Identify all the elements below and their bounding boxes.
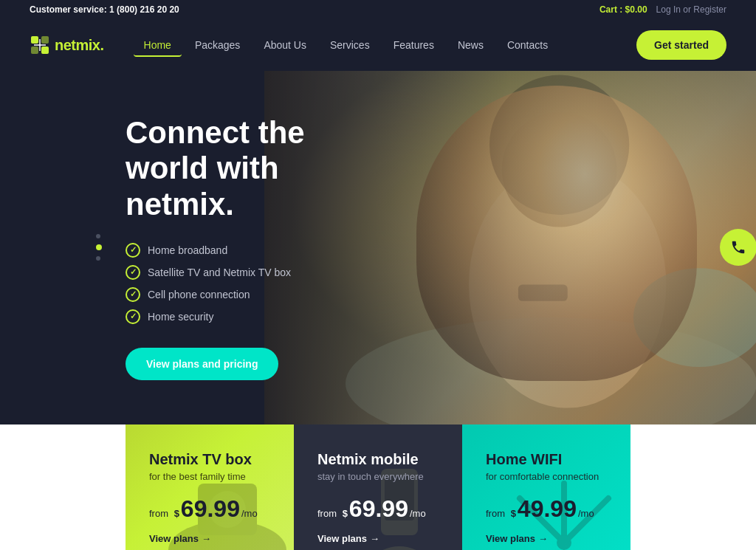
auth-links: Log In or Register: [656, 4, 726, 15]
card-mobile-subtitle: stay in touch everywhere: [317, 471, 439, 482]
topbar: Customer service: 1 (800) 216 20 20 Cart…: [0, 0, 756, 19]
card-tv-box-link[interactable]: View plans →: [149, 533, 270, 544]
svg-point-9: [502, 112, 617, 227]
nav-home[interactable]: Home: [134, 33, 182, 57]
get-started-button[interactable]: Get started: [636, 30, 726, 60]
card-tv-box-subtitle: for the best family time: [149, 471, 270, 482]
card-tv-box-price: from $69.99/mo: [149, 495, 270, 523]
nav-features[interactable]: Features: [383, 33, 444, 57]
card-tv-box: Netmix TV box for the best family time f…: [126, 424, 294, 550]
hero-section: Connect the world with netmix. Home broa…: [0, 71, 756, 424]
card-mobile-content: Netmix mobile stay in touch everywhere f…: [317, 451, 439, 544]
svg-rect-3: [41, 47, 49, 54]
navbar: netmix. Home Packages About Us Services …: [0, 19, 756, 71]
customer-service-label: Customer service:: [30, 4, 109, 15]
card-wifi-subtitle: for comfortable connection: [486, 471, 607, 482]
nav-news[interactable]: News: [447, 33, 494, 57]
feature-3: Cell phone connection: [126, 287, 354, 302]
cards-section: Netmix TV box for the best family time f…: [126, 424, 630, 550]
card-wifi-content: Home WIFI for comfortable connection fro…: [486, 451, 607, 544]
card-mobile: Netmix mobile stay in touch everywhere f…: [294, 424, 462, 550]
card-wifi-title: Home WIFI: [486, 451, 607, 468]
customer-service-phone: 1 (800) 216 20 20: [109, 4, 179, 15]
customer-service: Customer service: 1 (800) 216 20 20: [30, 4, 179, 15]
card-mobile-link[interactable]: View plans →: [317, 533, 439, 544]
nav-packages[interactable]: Packages: [185, 33, 250, 57]
hero-features: Home broadband Satellite TV and Netmix T…: [126, 243, 354, 324]
slider-dot-3[interactable]: [96, 256, 100, 261]
slider-dots: [96, 234, 102, 261]
svg-rect-0: [31, 36, 38, 44]
nav-contacts[interactable]: Contacts: [497, 33, 558, 57]
card-mobile-title: Netmix mobile: [317, 451, 439, 468]
view-plans-button[interactable]: View plans and pricing: [126, 348, 278, 380]
svg-rect-2: [31, 47, 38, 54]
login-link[interactable]: Log In: [656, 4, 681, 15]
nav-services[interactable]: Services: [320, 33, 380, 57]
logo-text: netmix.: [55, 37, 104, 54]
nav-links: Home Packages About Us Services Features…: [134, 33, 637, 57]
cart-info: Cart : $0.00: [599, 4, 647, 15]
svg-rect-12: [518, 285, 568, 301]
top-right-bar: Cart : $0.00 Log In or Register: [599, 4, 726, 15]
check-icon-4: [126, 309, 140, 324]
hero-title: Connect the world with netmix.: [126, 115, 354, 222]
feature-2: Satellite TV and Netmix TV box: [126, 265, 354, 280]
card-wifi-link[interactable]: View plans →: [486, 533, 607, 544]
feature-1: Home broadband: [126, 243, 354, 258]
feature-4: Home security: [126, 309, 354, 324]
card-wifi-price: from $49.99/mo: [486, 495, 607, 523]
hero-content: Connect the world with netmix. Home broa…: [0, 71, 384, 424]
svg-point-8: [470, 162, 667, 408]
svg-point-11: [633, 268, 756, 367]
svg-point-10: [489, 75, 629, 215]
logo-icon: [30, 35, 50, 55]
card-tv-box-title: Netmix TV box: [149, 451, 270, 468]
svg-rect-1: [41, 36, 49, 44]
register-link[interactable]: Register: [693, 4, 726, 15]
nav-about[interactable]: About Us: [253, 33, 317, 57]
logo[interactable]: netmix.: [30, 35, 104, 55]
card-mobile-price: from $69.99/mo: [317, 495, 439, 523]
check-icon-3: [126, 287, 140, 302]
svg-point-18: [377, 546, 422, 550]
phone-button[interactable]: [720, 229, 756, 266]
check-icon-2: [126, 265, 140, 280]
slider-dot-1[interactable]: [96, 234, 100, 238]
card-tv-box-content: Netmix TV box for the best family time f…: [149, 451, 270, 544]
card-wifi: Home WIFI for comfortable connection fro…: [462, 424, 630, 550]
check-icon-1: [126, 243, 140, 258]
slider-dot-2[interactable]: [96, 244, 102, 250]
